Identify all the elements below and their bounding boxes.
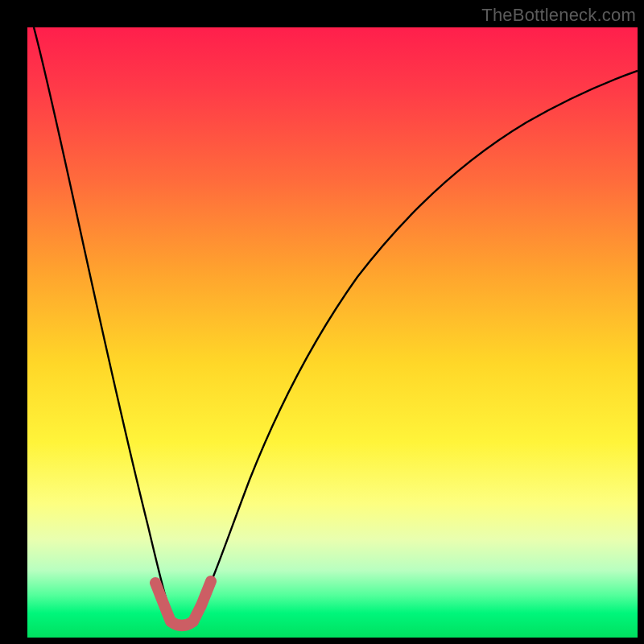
chart-frame: TheBottleneck.com: [0, 0, 644, 644]
watermark-text: TheBottleneck.com: [481, 5, 636, 26]
curve-svg: [27, 27, 638, 638]
plot-area: [27, 27, 638, 638]
bottleneck-curve: [34, 27, 638, 625]
